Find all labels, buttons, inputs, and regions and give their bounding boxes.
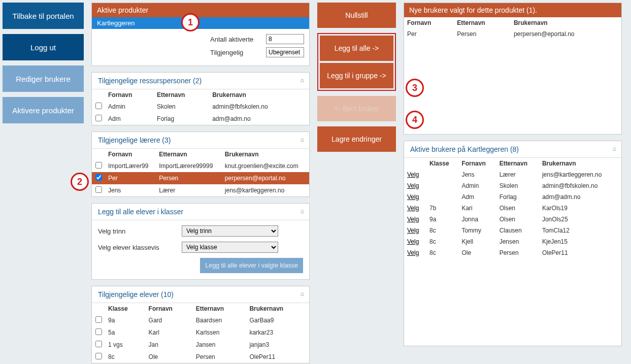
- row-checkbox[interactable]: [95, 341, 102, 347]
- teachers-panel: Tilgjengelige lærere (3) ⌂ Fornavn Etter…: [91, 131, 310, 197]
- col-lastname: Etternavn: [193, 303, 247, 314]
- row-checkbox[interactable]: [95, 353, 102, 359]
- class-label: Velg elever klassevis: [98, 244, 182, 251]
- resources-panel: Tilgjengelige ressurspersoner (2) ⌂ Forn…: [91, 72, 310, 125]
- table-row[interactable]: 8cOlePersenOlePer11: [92, 351, 309, 363]
- select-link[interactable]: Velg: [407, 193, 419, 201]
- product-selected-row[interactable]: Kartleggeren: [92, 17, 309, 29]
- col-username: Brukernavn: [246, 303, 309, 314]
- students-panel: Tilgjengelige elever (10) ⌂ Klasse Forna…: [91, 286, 310, 363]
- available-input[interactable]: [266, 47, 304, 57]
- col-username: Brukernavn: [539, 158, 621, 169]
- table-row[interactable]: 9aGardBaardsenGarBaa9: [92, 314, 309, 326]
- active-users-panel: Aktive brukere på Kartleggeren (8) ⌂ Kla…: [404, 141, 622, 346]
- collapse-icon[interactable]: ⌂: [301, 290, 304, 297]
- table-row[interactable]: PerPersenperpersen@eportal.no: [92, 172, 309, 184]
- save-changes-button[interactable]: Lagre endringer: [317, 126, 396, 152]
- active-products-panel: Aktive produkter Kartleggeren Antall akt…: [91, 3, 310, 66]
- select-link[interactable]: Velg: [407, 249, 419, 256]
- col-username: Brukernavn: [209, 89, 309, 101]
- select-link[interactable]: Velg: [407, 227, 419, 234]
- table-row[interactable]: Velg9aJonnaOlsenJonOls25: [404, 214, 621, 225]
- table-row[interactable]: Velg8cKjellJensenKjeJen15: [404, 236, 621, 247]
- table-row[interactable]: PerPersenperpersen@eportal.no: [404, 28, 621, 40]
- col-class: Klasse: [426, 158, 458, 169]
- row-checkbox[interactable]: [95, 186, 102, 193]
- callout-2: 2: [71, 173, 89, 191]
- class-select[interactable]: Velg klasse: [182, 242, 278, 253]
- reset-button[interactable]: Nullstill: [317, 3, 396, 28]
- app-root: Tilbake til portalen Logg ut Rediger bru…: [0, 0, 631, 363]
- row-checkbox[interactable]: [95, 316, 102, 323]
- class-panel: Legg til alle elever i klasser ⌂ Velg tr…: [91, 203, 310, 280]
- logout-button[interactable]: Logg ut: [3, 34, 84, 60]
- back-to-portal-button[interactable]: Tilbake til portalen: [3, 3, 84, 29]
- col-firstname: Fornavn: [105, 89, 154, 101]
- activated-count-label: Antall aktiverte: [210, 36, 266, 43]
- table-row[interactable]: AdminSkolenadmin@fbfskolen.no: [92, 101, 309, 113]
- collapse-icon[interactable]: ⌂: [301, 208, 304, 215]
- students-header: Tilgjengelige elever (10) ⌂: [92, 286, 309, 303]
- row-checkbox[interactable]: [95, 115, 102, 121]
- level-label: Velg trinn: [98, 227, 182, 235]
- table-row[interactable]: 5aKarlKarlssenkarkar23: [92, 326, 309, 339]
- col-firstname: Fornavn: [146, 303, 193, 314]
- edit-users-button[interactable]: Rediger brukere: [3, 65, 84, 92]
- add-to-group-button[interactable]: Legg til i gruppe ->: [320, 63, 393, 88]
- row-checkbox[interactable]: [95, 174, 102, 181]
- callout-1: 1: [181, 13, 200, 31]
- table-row[interactable]: ImportLærer99ImportLærere99999knut.groen…: [92, 160, 309, 172]
- table-row[interactable]: Velg8cTommyClausenTomCla12: [404, 225, 621, 236]
- callout-4: 4: [406, 111, 424, 129]
- active-users-table: Klasse Fornavn Etternavn Brukernavn Velg…: [404, 158, 621, 258]
- table-row[interactable]: Velg8cOlePersenOlePer11: [404, 247, 621, 258]
- new-users-panel: Nye brukere valgt for dette produktet (1…: [404, 3, 622, 135]
- table-row[interactable]: VelgAdmForlagadm@adm.no: [404, 191, 621, 203]
- col-username: Brukernavn: [222, 149, 309, 160]
- row-checkbox[interactable]: [95, 328, 102, 335]
- collapse-icon[interactable]: ⌂: [301, 77, 304, 84]
- col-firstname: Fornavn: [458, 158, 496, 169]
- table-row[interactable]: Velg7bKariOlsenKarOls19: [404, 203, 621, 214]
- remove-user-button[interactable]: <- fjern bruker: [317, 96, 396, 121]
- col-username: Brukernavn: [511, 17, 621, 28]
- col-lastname: Etternavn: [156, 149, 222, 160]
- active-users-header: Aktive brukere på Kartleggeren (8) ⌂: [404, 141, 621, 158]
- select-link[interactable]: Velg: [407, 216, 419, 223]
- callout-3: 3: [406, 79, 424, 97]
- activated-count-input[interactable]: [266, 34, 304, 44]
- add-all-button[interactable]: Legg til alle ->: [320, 36, 393, 61]
- teachers-header: Tilgjengelige lærere (3) ⌂: [92, 132, 309, 149]
- available-label: Tilgjengelig: [210, 49, 266, 56]
- class-header: Legg til alle elever i klasser ⌂: [92, 204, 309, 220]
- collapse-icon[interactable]: ⌂: [301, 136, 304, 143]
- right-column: Nye brukere valgt for dette produktet (1…: [398, 0, 624, 363]
- select-link[interactable]: Velg: [407, 238, 419, 245]
- col-lastname: Etternavn: [454, 17, 511, 28]
- students-table: Klasse Fornavn Etternavn Brukernavn 9aGa…: [92, 303, 309, 363]
- add-class-students-button[interactable]: Legg til alle elever i valgte klasse: [200, 258, 303, 273]
- row-checkbox[interactable]: [95, 103, 102, 109]
- level-select[interactable]: Velg trinn: [182, 225, 278, 237]
- select-link[interactable]: Velg: [407, 182, 419, 189]
- col-class: Klasse: [105, 303, 146, 314]
- teachers-table: Fornavn Etternavn Brukernavn ImportLærer…: [92, 149, 309, 196]
- row-checkbox[interactable]: [95, 162, 102, 169]
- middle-column: Nullstill Legg til alle -> Legg til i gr…: [312, 0, 398, 363]
- col-lastname: Etternavn: [496, 158, 539, 169]
- new-users-table: Fornavn Etternavn Brukernavn PerPersenpe…: [404, 17, 621, 40]
- select-link[interactable]: Velg: [407, 205, 419, 212]
- table-row[interactable]: VelgAdminSkolenadmin@fbfskolen.no: [404, 180, 621, 191]
- table-row[interactable]: JensLærerjens@kartleggeren.no: [92, 184, 309, 196]
- select-link[interactable]: Velg: [407, 171, 419, 178]
- add-group: Legg til alle -> Legg til i gruppe ->: [317, 33, 396, 91]
- collapse-icon[interactable]: ⌂: [613, 145, 616, 152]
- table-row[interactable]: VelgJensLærerjens@kartleggeren.no: [404, 169, 621, 180]
- resources-header: Tilgjengelige ressurspersoner (2) ⌂: [92, 73, 309, 89]
- new-users-header: Nye brukere valgt for dette produktet (1…: [404, 3, 621, 17]
- left-column: Aktive produkter Kartleggeren Antall akt…: [86, 0, 312, 363]
- resources-table: Fornavn Etternavn Brukernavn AdminSkolen…: [92, 89, 309, 125]
- activate-products-button[interactable]: Aktivere produkter: [3, 97, 84, 123]
- table-row[interactable]: 1 vgsJanJansenjanjan3: [92, 339, 309, 351]
- table-row[interactable]: AdmForlagadm@adm.no: [92, 113, 309, 125]
